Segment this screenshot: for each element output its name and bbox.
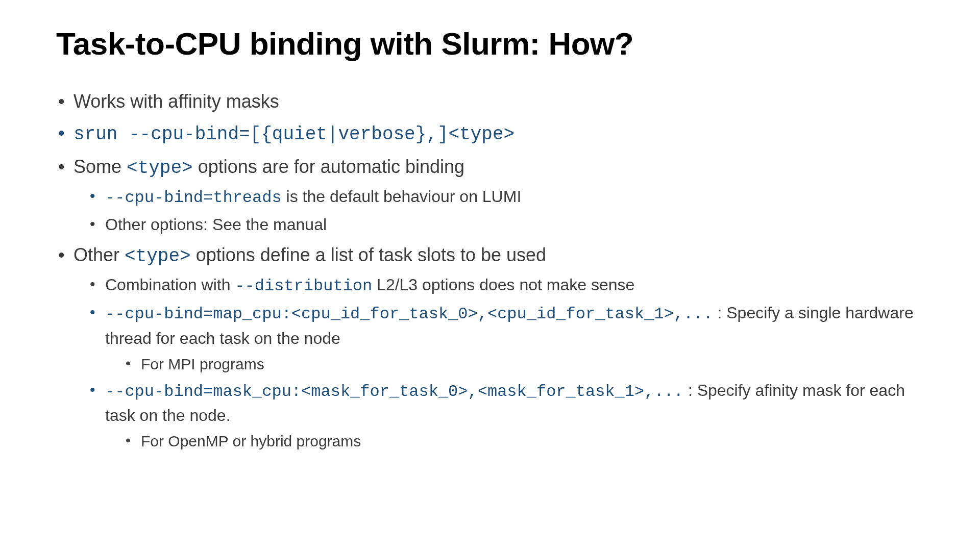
text: L2/L3 options does not make sense — [372, 276, 634, 294]
code: <type> — [127, 158, 193, 179]
bullet-some-type-auto: Some <type> options are for automatic bi… — [56, 154, 924, 237]
bullet-srun-syntax: srun --cpu-bind=[{quiet|verbose},]<type> — [56, 120, 924, 148]
bullet-other-options: Other options: See the manual — [88, 213, 924, 236]
bullet-list: Works with affinity masks srun --cpu-bin… — [56, 88, 924, 452]
sub-list: Combination with --distribution L2/L3 op… — [74, 273, 924, 453]
code: --distribution — [235, 277, 372, 295]
bullet-cpu-bind-threads: --cpu-bind=threads is the default behavi… — [88, 185, 924, 210]
code: --cpu-bind=map_cpu:<cpu_id_for_task_0>,<… — [105, 305, 713, 323]
text: is the default behaviour on LUMI — [282, 187, 522, 206]
text: For MPI programs — [141, 356, 264, 372]
text: Some — [74, 156, 127, 177]
text: options define a list of task slots to b… — [191, 244, 546, 265]
code: <type> — [125, 246, 191, 267]
bullet-for-mpi: For MPI programs — [124, 353, 924, 375]
text: Works with affinity masks — [74, 91, 279, 112]
text: Other — [74, 244, 125, 265]
slide-title: Task-to-CPU binding with Slurm: How? — [56, 26, 924, 62]
bullet-for-openmp: For OpenMP or hybrid programs — [124, 430, 924, 453]
slide: Task-to-CPU binding with Slurm: How? Wor… — [0, 0, 980, 551]
code: --cpu-bind=threads — [105, 188, 282, 207]
bullet-map-cpu: --cpu-bind=map_cpu:<cpu_id_for_task_0>,<… — [88, 301, 924, 375]
text: options are for automatic binding — [193, 156, 464, 177]
bullet-affinity-masks: Works with affinity masks — [56, 88, 924, 115]
code: srun --cpu-bind=[{quiet|verbose},]<type> — [74, 124, 514, 145]
text: For OpenMP or hybrid programs — [141, 433, 361, 449]
text: Combination with — [105, 276, 235, 294]
bullet-mask-cpu: --cpu-bind=mask_cpu:<mask_for_task_0>,<m… — [88, 379, 924, 453]
sub-sub-list: For OpenMP or hybrid programs — [105, 430, 924, 453]
text: Other options: See the manual — [105, 215, 327, 234]
sub-sub-list: For MPI programs — [105, 353, 924, 375]
bullet-distribution-combo: Combination with --distribution L2/L3 op… — [88, 273, 924, 298]
sub-list: --cpu-bind=threads is the default behavi… — [74, 185, 924, 237]
code: --cpu-bind=mask_cpu:<mask_for_task_0>,<m… — [105, 382, 683, 401]
bullet-other-type-list: Other <type> options define a list of ta… — [56, 242, 924, 453]
